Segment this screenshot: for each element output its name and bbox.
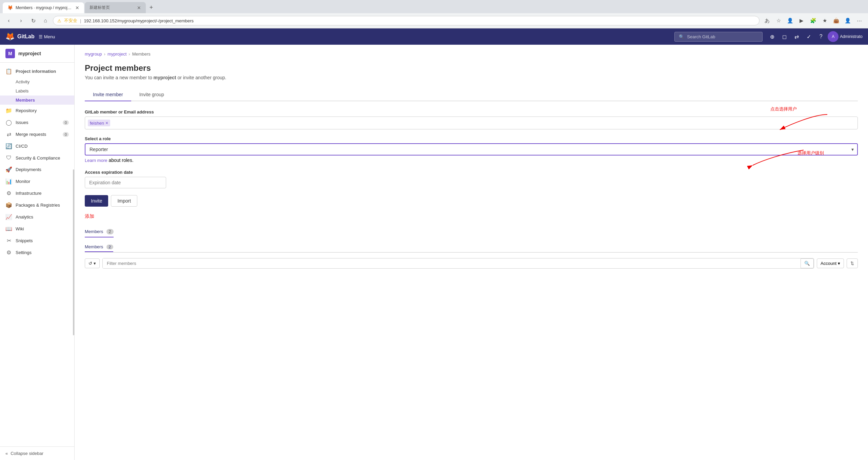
tab-invite-group[interactable]: Invite group	[131, 88, 172, 101]
forward-button[interactable]: ›	[16, 16, 26, 25]
sidebar-item-snippets[interactable]: ✂ Snippets	[0, 235, 74, 247]
sidebar-label-merge-requests: Merge requests	[16, 132, 46, 137]
sidebar-sub-item-activity[interactable]: Activity	[0, 77, 74, 86]
learn-more-suffix: about roles.	[108, 158, 133, 163]
sidebar-item-wiki[interactable]: 📖 Wiki	[0, 223, 74, 235]
global-search[interactable]: 🔍 Search GitLab	[674, 32, 763, 42]
collapse-label: Collapse sidebar	[11, 451, 43, 456]
breadcrumb-sep-1: ›	[104, 51, 105, 57]
invite-button[interactable]: Invite	[85, 195, 108, 207]
wiki-icon: 📖	[5, 226, 12, 232]
sidebar-item-cicd[interactable]: 🔄 CI/CD	[0, 140, 74, 152]
browser-tab-inactive[interactable]: 新建标签页 ✕	[85, 2, 146, 13]
sidebar-item-settings[interactable]: ⚙ Settings	[0, 247, 74, 258]
address-bar[interactable]: ⚠ 不安全 | 192.168.100.152/mygroup/myprojec…	[53, 16, 760, 25]
extension-button[interactable]: 👤	[785, 16, 795, 25]
browser-tab-bar: 🦊 Members · mygroup / myproject ✕ 新建标签页 …	[0, 0, 868, 13]
learn-more-link[interactable]: Learn more	[85, 158, 107, 163]
breadcrumb-sep-2: ›	[129, 51, 130, 57]
breadcrumb-mygroup[interactable]: mygroup	[85, 51, 102, 57]
member-input[interactable]: feishen ×	[85, 117, 858, 129]
sidebar-sub-item-labels[interactable]: Labels	[0, 86, 74, 96]
members-count: 2	[106, 229, 114, 234]
activity-label: Activity	[16, 79, 29, 84]
filter-members-input[interactable]	[103, 258, 801, 268]
breadcrumb-members: Members	[132, 51, 151, 57]
sidebar-label-infrastructure: Infrastructure	[16, 191, 42, 196]
account-filter-button[interactable]: Account ▾	[817, 258, 844, 268]
sidebar-item-infrastructure[interactable]: ⚙ Infrastructure	[0, 187, 74, 199]
tab-invite-member[interactable]: Invite member	[85, 88, 131, 101]
members-label: Members	[16, 98, 35, 103]
annotation-arrow-role	[743, 147, 810, 174]
filter-history-arrow: ▾	[94, 261, 96, 266]
breadcrumb-myproject[interactable]: myproject	[107, 51, 126, 57]
wallet-button[interactable]: 👜	[831, 16, 841, 25]
members-section: Members 2 Members 2	[85, 226, 858, 269]
tab-close-active[interactable]: ✕	[75, 5, 79, 11]
filter-search-button[interactable]: 🔍	[801, 258, 814, 268]
sidebar-label-wiki: Wiki	[16, 226, 24, 231]
sidebar-sub-item-members[interactable]: Members	[0, 96, 74, 105]
menu-button[interactable]: ☰ Menu	[39, 34, 55, 39]
new-tab-button[interactable]: +	[146, 3, 156, 13]
reload-button[interactable]: ↻	[28, 16, 38, 25]
analytics-icon: 📈	[5, 214, 12, 220]
issues-badge: 0	[63, 120, 69, 125]
browser-tab-active[interactable]: 🦊 Members · mygroup / myproject ✕	[3, 2, 84, 13]
sidebar-item-project-info[interactable]: 📋 Project information	[0, 65, 74, 77]
user-initials: A	[832, 34, 834, 39]
url-text: 192.168.100.152/mygroup/myproject/-/proj…	[84, 18, 194, 23]
read-mode-button[interactable]: ☆	[774, 16, 783, 25]
back-button[interactable]: ‹	[4, 16, 14, 25]
sidebar-item-issues[interactable]: ◯ Issues 0	[0, 117, 74, 128]
annotation-add-text: 添加	[85, 213, 94, 219]
play-button[interactable]: ▶	[797, 16, 806, 25]
members-header: Members 2	[85, 226, 858, 237]
gitlab-logo[interactable]: 🦊 GitLab	[5, 32, 35, 41]
create-button[interactable]: ⊕	[767, 31, 777, 42]
sidebar-item-deployments[interactable]: 🚀 Deployments	[0, 164, 74, 175]
sidebar-item-monitor[interactable]: 📊 Monitor	[0, 175, 74, 187]
merge-requests-button[interactable]: ⇄	[791, 31, 802, 42]
import-button[interactable]: Import	[111, 195, 137, 207]
browser-actions: あ ☆ 👤 ▶ 🧩 ★ 👜 👤 ⋯	[762, 16, 864, 25]
security-nav-icon: 🛡	[5, 155, 12, 161]
invite-tabs: Invite member Invite group	[85, 88, 858, 101]
sidebar-item-analytics[interactable]: 📈 Analytics	[0, 211, 74, 223]
home-button[interactable]: ⌂	[41, 16, 50, 25]
sidebar-item-security[interactable]: 🛡 Security & Compliance	[0, 152, 74, 164]
tab-close-inactive[interactable]: ✕	[137, 5, 141, 11]
filter-search-group: 🔍	[102, 258, 814, 269]
collapse-sidebar-button[interactable]: « Collapse sidebar	[0, 446, 74, 460]
more-button[interactable]: ⋯	[854, 16, 864, 25]
star-button[interactable]: ★	[820, 16, 829, 25]
role-select[interactable]: Guest Reporter Developer Maintainer Owne…	[85, 143, 858, 155]
members-tab-active[interactable]: Members 2	[85, 226, 114, 237]
sort-button[interactable]: ⇅	[847, 258, 858, 268]
profile-button[interactable]: 👤	[843, 16, 852, 25]
translate-button[interactable]: あ	[762, 16, 772, 25]
filter-history-button[interactable]: ↺ ▾	[85, 258, 100, 268]
sidebar-label-packages: Packages & Registries	[16, 203, 60, 208]
issues-button[interactable]: ◻	[779, 31, 790, 42]
sidebar-item-repository[interactable]: 📁 Repository	[0, 105, 74, 117]
todos-button[interactable]: ✓	[803, 31, 814, 42]
subtitle-project: myproject	[154, 75, 176, 80]
filter-bar: ↺ ▾ 🔍 Account ▾ ⇅	[85, 258, 858, 269]
breadcrumb: mygroup › myproject › Members	[85, 51, 858, 57]
sidebar-item-packages[interactable]: 📦 Packages & Registries	[0, 199, 74, 211]
merge-requests-nav-icon: ⇄	[5, 131, 12, 138]
help-button[interactable]: ?	[815, 31, 826, 42]
gitlab-brand: GitLab	[17, 34, 35, 40]
expiration-input[interactable]	[85, 177, 166, 188]
tab-favicon: 🦊	[7, 5, 13, 11]
members-tab-label[interactable]: Members 2	[85, 242, 113, 252]
tag-remove[interactable]: ×	[105, 120, 108, 126]
cicd-icon: 🔄	[5, 143, 12, 149]
sidebar-item-merge-requests[interactable]: ⇄ Merge requests 0	[0, 128, 74, 140]
sidebar-scrollbar[interactable]	[73, 169, 74, 335]
deployments-icon: 🚀	[5, 166, 12, 173]
user-avatar[interactable]: A	[828, 31, 839, 42]
puzzle-button[interactable]: 🧩	[808, 16, 818, 25]
